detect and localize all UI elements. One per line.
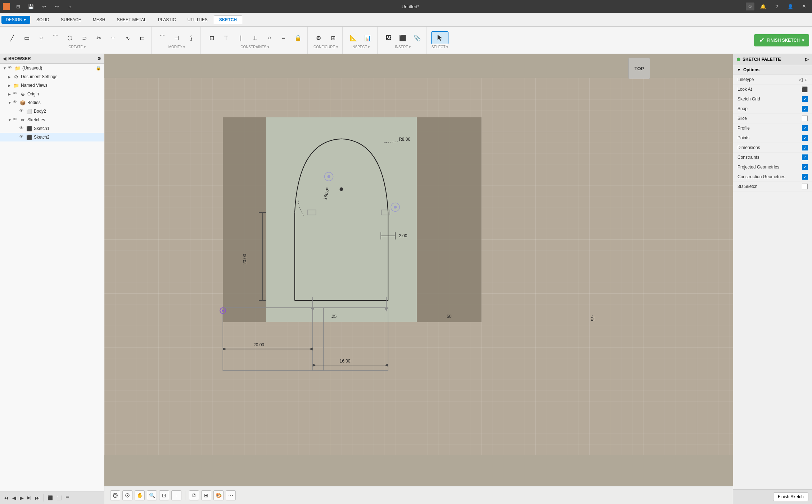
- spline-tool[interactable]: ∿: [121, 31, 134, 44]
- 3d-sketch-checkbox[interactable]: [802, 184, 808, 189]
- tree-item-document-settings[interactable]: ▶ ⚙ Document Settings: [0, 72, 104, 81]
- pan-button[interactable]: ✋: [135, 490, 145, 500]
- constraints-checkbox[interactable]: ✓: [802, 154, 808, 160]
- browser-settings-icon[interactable]: ⚙: [97, 56, 101, 61]
- display-settings-button[interactable]: 🖥: [189, 490, 199, 500]
- slice-checkbox[interactable]: [802, 116, 808, 121]
- tab-sketch[interactable]: SKETCH: [214, 15, 242, 24]
- eye-sketches-icon[interactable]: 👁: [13, 117, 19, 123]
- tree-item-sketch2[interactable]: 👁 ⬛ Sketch2: [0, 133, 104, 141]
- inspect-display-tool[interactable]: 📊: [361, 31, 374, 44]
- eye-origin-icon[interactable]: 👁: [13, 91, 19, 97]
- grid-menu-button[interactable]: ⊞: [13, 3, 23, 10]
- arc-tool[interactable]: ⌒: [49, 31, 62, 44]
- playback-last-button[interactable]: ⏭: [35, 495, 40, 501]
- fix-tool[interactable]: 🔒: [292, 31, 304, 44]
- polygon-tool[interactable]: ⬡: [63, 31, 76, 44]
- tab-solid[interactable]: SOLID: [31, 15, 55, 24]
- eye-sketch2-icon[interactable]: 👁: [19, 134, 25, 140]
- design-dropdown-button[interactable]: DESIGN ▾: [1, 16, 30, 24]
- playback-next-button[interactable]: ▶|: [27, 495, 31, 500]
- tangent-tool[interactable]: ○: [263, 31, 276, 44]
- notification-button[interactable]: 🔔: [758, 3, 768, 10]
- help-button[interactable]: ?: [772, 3, 782, 10]
- zoom-in-button[interactable]: 🔍: [147, 490, 157, 500]
- eye-sketch1-icon[interactable]: 👁: [19, 126, 25, 131]
- eye-unsaved-icon[interactable]: 👁: [8, 65, 14, 71]
- profile-checkbox[interactable]: ✓: [802, 125, 808, 131]
- insert-image-tool[interactable]: 🖼: [382, 31, 395, 44]
- construction-geometries-checkbox[interactable]: ✓: [802, 174, 808, 180]
- orbit-button[interactable]: [110, 490, 120, 500]
- timeline-icon-button[interactable]: ⬛: [48, 495, 53, 500]
- rectangle-tool[interactable]: ▭: [20, 31, 33, 44]
- insert-svg-tool[interactable]: ⬛: [396, 31, 409, 44]
- ellipse-tool[interactable]: ⊏: [135, 31, 148, 44]
- eye-bodies-icon[interactable]: 👁: [13, 100, 19, 105]
- tab-plastic[interactable]: PLASTIC: [153, 15, 181, 24]
- palette-options-header[interactable]: ▼ Options: [733, 65, 812, 75]
- tab-surface[interactable]: SURFACE: [55, 15, 87, 24]
- equal-tool[interactable]: =: [277, 31, 290, 44]
- dimensions-checkbox[interactable]: ✓: [802, 145, 808, 150]
- undo-button[interactable]: ↩: [39, 3, 49, 10]
- points-checkbox[interactable]: ✓: [802, 135, 808, 141]
- timeline-mode-button[interactable]: ☰: [66, 495, 69, 500]
- perpendicular-tool[interactable]: ⊥: [248, 31, 261, 44]
- look-at-button[interactable]: [122, 490, 132, 500]
- finish-sketch-button[interactable]: ✓ FINISH SKETCH ▾: [754, 34, 809, 46]
- sketch-grid-checkbox[interactable]: ✓: [802, 96, 808, 102]
- tree-item-origin[interactable]: ▶ 👁 ⊕ Origin: [0, 90, 104, 98]
- tree-item-bodies[interactable]: ▼ 👁 📦 Bodies: [0, 98, 104, 107]
- sketch-palette-expand-icon[interactable]: ▷: [805, 57, 808, 62]
- save-button[interactable]: 💾: [26, 3, 36, 10]
- tab-utilities[interactable]: UTILITIES: [182, 15, 213, 24]
- mirror-tool[interactable]: ⊣: [170, 31, 183, 44]
- fillet-tool[interactable]: ⌒: [156, 31, 169, 44]
- tab-sheet-metal[interactable]: SHEET METAL: [111, 15, 152, 24]
- finish-sketch-palette-button[interactable]: Finish Sketch: [773, 492, 808, 501]
- playback-first-button[interactable]: ⏮: [4, 495, 9, 501]
- tree-item-unsaved[interactable]: ▼ 👁 📁 (Unsaved) 🔒: [0, 64, 104, 72]
- projected-geometries-checkbox[interactable]: ✓: [802, 164, 808, 170]
- tree-item-body2[interactable]: 👁 ⬜ Body2: [0, 107, 104, 116]
- playback-prev-button[interactable]: ◀: [12, 495, 16, 501]
- timeline-view-button[interactable]: ⬜: [57, 495, 62, 500]
- coincident-tool[interactable]: ⊡: [205, 31, 218, 44]
- snap-checkbox[interactable]: ✓: [802, 106, 808, 112]
- cloud-sync-button[interactable]: ①: [746, 3, 754, 10]
- line-tool[interactable]: ╱: [6, 31, 19, 44]
- select-tool[interactable]: [431, 31, 448, 44]
- close-button[interactable]: ×: [799, 3, 809, 10]
- playback-play-button[interactable]: ▶: [20, 495, 24, 501]
- measure-tool[interactable]: 📐: [347, 31, 360, 44]
- tree-item-named-views[interactable]: ▶ 📁 Named Views: [0, 81, 104, 90]
- redo-button[interactable]: ↪: [52, 3, 62, 10]
- extend-tool[interactable]: ↔: [107, 31, 119, 44]
- zoom-fit-button[interactable]: ⊡: [159, 490, 169, 500]
- home-button[interactable]: ⌂: [65, 3, 75, 10]
- more-options-button[interactable]: ⋯: [226, 490, 236, 500]
- grid-settings-tool[interactable]: ⊞: [326, 31, 339, 44]
- linetype-prev-icon[interactable]: ◁: [799, 77, 803, 82]
- tree-item-sketches[interactable]: ▼ 👁 ✏ Sketches: [0, 116, 104, 124]
- linetype-next-icon[interactable]: ○: [805, 77, 808, 82]
- user-button[interactable]: 👤: [785, 3, 795, 10]
- tree-item-sketch1[interactable]: 👁 ⬛ Sketch1: [0, 124, 104, 133]
- zoom-out-button[interactable]: -: [171, 490, 181, 500]
- attach-canvas-tool[interactable]: 📎: [411, 31, 424, 44]
- eye-body2-icon[interactable]: 👁: [19, 108, 25, 114]
- view-cube[interactable]: TOP: [628, 58, 650, 79]
- parallel-tool[interactable]: ∥: [234, 31, 247, 44]
- circle-tool[interactable]: ○: [35, 31, 48, 44]
- grid-toggle-button[interactable]: ⊞: [201, 490, 211, 500]
- offset-tool[interactable]: ⊃: [78, 31, 91, 44]
- tab-mesh[interactable]: MESH: [87, 15, 111, 24]
- trim-tool[interactable]: ✂: [92, 31, 105, 44]
- look-at-icon[interactable]: ⬛: [802, 86, 808, 92]
- sketch-settings-tool[interactable]: ⚙: [312, 31, 325, 44]
- browser-collapse-icon[interactable]: ◀: [3, 56, 6, 61]
- visual-style-button[interactable]: 🎨: [213, 490, 224, 500]
- canvas-area[interactable]: 20.00 2.00 R8.00 160.0°: [104, 54, 733, 504]
- offset-curve-tool[interactable]: ⟆: [185, 31, 198, 44]
